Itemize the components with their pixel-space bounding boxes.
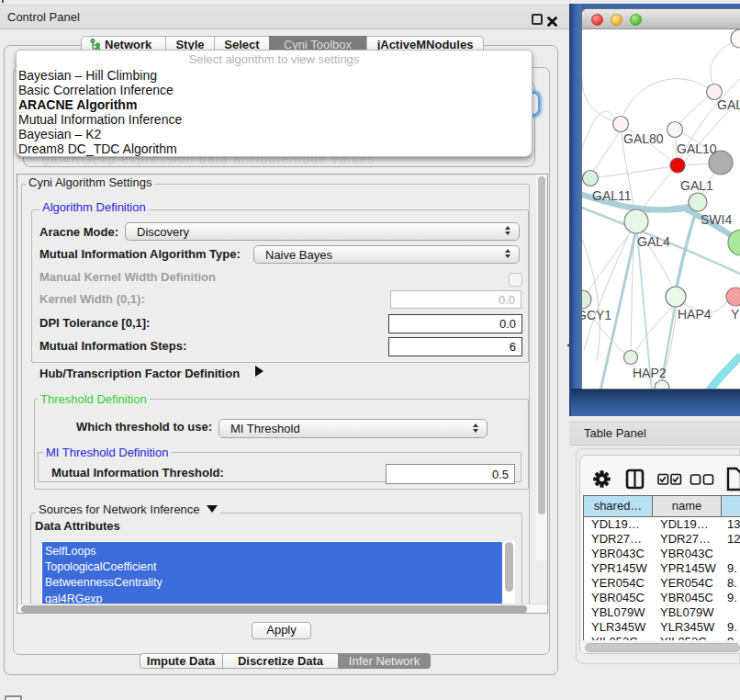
svg-text:Y: Y	[731, 307, 740, 322]
svg-text:HAP2: HAP2	[633, 366, 667, 380]
svg-text:HAP4: HAP4	[678, 307, 712, 322]
svg-text:GAL10: GAL10	[677, 141, 717, 156]
svg-text:GAL11: GAL11	[592, 188, 632, 203]
svg-text:GAL1: GAL1	[680, 178, 713, 193]
svg-text:GAL80: GAL80	[623, 131, 664, 146]
svg-text:GCY1: GCY1	[582, 308, 611, 322]
svg-text:SWI4: SWI4	[701, 212, 732, 227]
svg-text:GAL7: GAL7	[717, 97, 740, 112]
svg-text:GAL4: GAL4	[637, 234, 670, 249]
